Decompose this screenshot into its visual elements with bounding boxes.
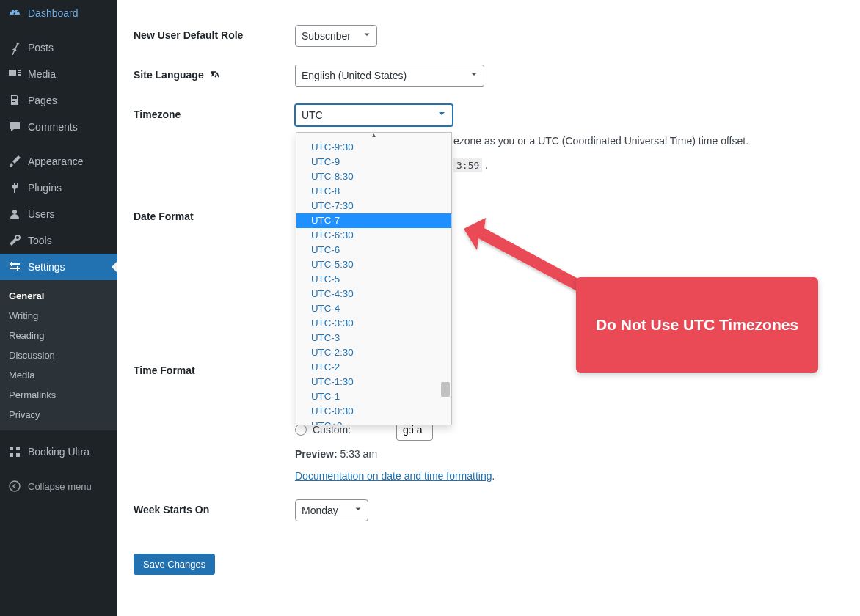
svg-rect-3	[16, 447, 20, 450]
sidebar-label: Appearance	[28, 155, 84, 167]
svg-point-0	[12, 210, 17, 214]
collapse-menu[interactable]: Collapse menu	[0, 473, 117, 499]
timezone-option[interactable]: UTC-6:30	[296, 228, 451, 243]
svg-rect-2	[10, 453, 13, 457]
timezone-option[interactable]: UTC-3:30	[296, 316, 451, 331]
time-format-preview: Preview: 5:33 am	[295, 448, 845, 460]
sidebar-sub-general[interactable]: General	[0, 286, 117, 306]
dropdown-scroll-thumb[interactable]	[441, 382, 450, 397]
sidebar-item-dashboard[interactable]: Dashboard	[0, 0, 117, 26]
sidebar-label: Tools	[28, 235, 52, 246]
field-label-week-starts: Week Starts On	[134, 499, 295, 516]
sidebar-sub-writing[interactable]: Writing	[0, 306, 117, 326]
svg-marker-6	[464, 218, 585, 293]
sidebar-item-settings[interactable]: Settings	[0, 254, 117, 280]
field-label-new-user-role: New User Default Role	[134, 25, 295, 41]
sidebar-item-plugins[interactable]: Plugins	[0, 175, 117, 201]
timezone-option[interactable]: UTC+0	[296, 419, 451, 425]
timezone-option[interactable]: UTC-2	[296, 360, 451, 375]
wrench-icon	[7, 233, 22, 248]
timezone-option[interactable]: UTC-5:30	[296, 257, 451, 272]
timezone-option[interactable]: UTC-3	[296, 331, 451, 345]
timezone-option[interactable]: UTC-7:30	[296, 199, 451, 213]
svg-point-5	[10, 481, 20, 491]
doc-link-date-time[interactable]: Documentation on date and time formattin…	[295, 470, 492, 482]
chevron-down-icon	[436, 109, 448, 122]
timezone-option[interactable]: UTC-9:30	[296, 140, 451, 155]
sidebar-item-appearance[interactable]: Appearance	[0, 148, 117, 175]
annotation-box: Do Not Use UTC Timezones	[576, 277, 818, 373]
dropdown-scrollbar[interactable]	[440, 140, 451, 417]
sidebar-item-tools[interactable]: Tools	[0, 227, 117, 254]
timezone-option[interactable]: UTC-9	[296, 155, 451, 169]
field-label-site-language: Site Language	[134, 65, 295, 83]
timezone-option[interactable]: UTC-6	[296, 243, 451, 257]
sidebar-label: Settings	[28, 261, 65, 273]
sidebar-item-media[interactable]: Media	[0, 61, 117, 87]
timezone-select[interactable]: UTC	[295, 104, 453, 126]
week-starts-select[interactable]: Monday	[295, 499, 368, 521]
field-label-timezone: Timezone	[134, 104, 295, 120]
collapse-icon	[7, 479, 22, 494]
grid-icon	[7, 444, 22, 459]
timezone-option[interactable]: UTC-1:30	[296, 375, 451, 389]
svg-rect-4	[16, 453, 20, 457]
sidebar-item-pages[interactable]: Pages	[0, 87, 117, 114]
comment-icon	[7, 120, 22, 134]
media-icon	[7, 67, 22, 81]
chevron-down-icon	[353, 505, 363, 517]
site-language-select[interactable]: English (United States)	[295, 65, 484, 87]
sidebar-sub-permalinks[interactable]: Permalinks	[0, 385, 117, 405]
user-icon	[7, 207, 22, 221]
time-format-custom-radio[interactable]	[295, 424, 307, 436]
timezone-option[interactable]: UTC-1	[296, 389, 451, 404]
sidebar-label: Media	[28, 68, 56, 80]
custom-label: Custom:	[313, 424, 396, 436]
sidebar-item-posts[interactable]: Posts	[0, 34, 117, 61]
sidebar-label: Dashboard	[28, 7, 79, 19]
sidebar-label: Posts	[28, 42, 54, 54]
timezone-option[interactable]: UTC-8	[296, 184, 451, 199]
new-user-role-select[interactable]: Subscriber	[295, 25, 377, 47]
field-label-date-format: Date Format	[134, 206, 295, 222]
pages-icon	[7, 93, 22, 108]
svg-rect-1	[10, 447, 13, 450]
sidebar-label: Pages	[28, 95, 57, 106]
timezone-option[interactable]: UTC-4:30	[296, 287, 451, 301]
sidebar-label: Plugins	[28, 182, 62, 194]
timezone-option[interactable]: UTC-0:30	[296, 404, 451, 419]
sidebar-sub-media[interactable]: Media	[0, 365, 117, 385]
sidebar-sub-reading[interactable]: Reading	[0, 326, 117, 345]
sidebar-label: Comments	[28, 121, 78, 133]
sidebar-label: Users	[28, 208, 55, 220]
brush-icon	[7, 154, 22, 169]
sidebar-item-comments[interactable]: Comments	[0, 114, 117, 140]
admin-sidebar: Dashboard Posts Media Pages Comments App…	[0, 0, 117, 616]
sliders-icon	[7, 260, 22, 274]
timezone-dropdown[interactable]: ▲ UTC-9:30UTC-9UTC-8:30UTC-8UTC-7:30UTC-…	[296, 132, 452, 425]
dropdown-scroll-up[interactable]: ▲	[296, 133, 451, 140]
sidebar-label: Booking Ultra	[28, 446, 90, 458]
timezone-option[interactable]: UTC-7	[296, 213, 451, 228]
field-label-time-format: Time Format	[134, 360, 295, 376]
timezone-option[interactable]: UTC-8:30	[296, 169, 451, 184]
sidebar-submenu: General Writing Reading Discussion Media…	[0, 280, 117, 430]
save-changes-button[interactable]: Save Changes	[134, 554, 215, 575]
translate-icon	[210, 71, 222, 83]
sidebar-sub-privacy[interactable]: Privacy	[0, 405, 117, 425]
timezone-option[interactable]: UTC-5	[296, 272, 451, 287]
utc-time-code: 3:59	[453, 158, 482, 172]
sidebar-sub-discussion[interactable]: Discussion	[0, 345, 117, 365]
chevron-down-icon	[362, 30, 372, 43]
plug-icon	[7, 180, 22, 195]
dashboard-icon	[7, 6, 22, 21]
sidebar-item-users[interactable]: Users	[0, 201, 117, 227]
collapse-label: Collapse menu	[28, 481, 92, 492]
pin-icon	[7, 40, 22, 55]
timezone-option[interactable]: UTC-4	[296, 301, 451, 316]
sidebar-item-booking-ultra[interactable]: Booking Ultra	[0, 439, 117, 465]
chevron-down-icon	[469, 70, 479, 82]
timezone-option[interactable]: UTC-2:30	[296, 345, 451, 360]
